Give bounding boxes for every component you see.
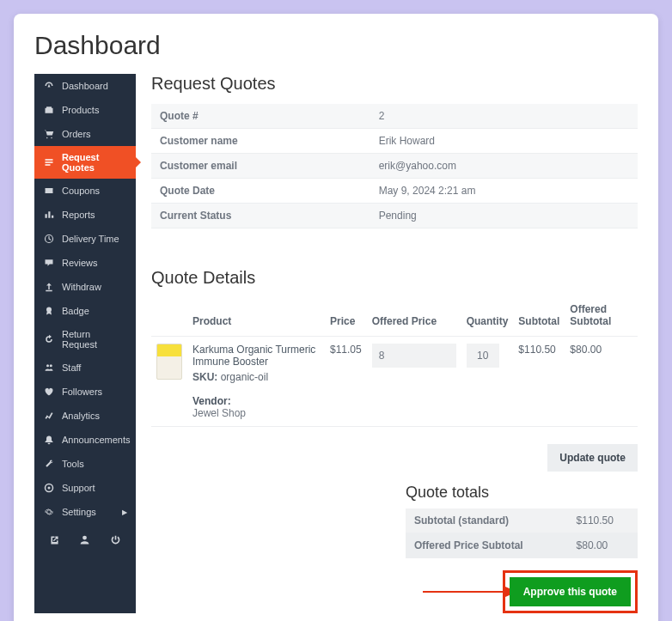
analytics-icon bbox=[43, 410, 55, 422]
coupons-icon bbox=[43, 185, 55, 197]
col-offered-subtotal: Offered Subtotal bbox=[565, 298, 638, 337]
reviews-icon bbox=[43, 257, 55, 269]
sidebar: Dashboard Products Orders Request Quotes… bbox=[34, 74, 136, 613]
col-quantity: Quantity bbox=[461, 298, 514, 337]
table-row: Customer emailerik@yahoo.com bbox=[151, 154, 638, 179]
svg-point-3 bbox=[50, 364, 52, 367]
product-name: Karkuma Organic Turmeric Immune Booster bbox=[192, 344, 320, 368]
return-icon bbox=[43, 333, 55, 345]
sidebar-footer bbox=[34, 524, 136, 555]
table-row: Current StatusPending bbox=[151, 204, 638, 228]
svg-point-1 bbox=[46, 307, 52, 313]
sidebar-item-support[interactable]: Support bbox=[34, 476, 136, 500]
clock-icon bbox=[43, 233, 55, 245]
sidebar-item-label: Staff bbox=[62, 362, 81, 373]
sidebar-item-label: Followers bbox=[62, 387, 102, 397]
sidebar-item-announcements[interactable]: Announcements bbox=[34, 428, 136, 452]
annotation-highlight-box: Approve this quote bbox=[503, 570, 638, 613]
user-icon[interactable] bbox=[78, 533, 92, 546]
update-quote-button[interactable]: Update quote bbox=[547, 444, 638, 472]
sidebar-item-label: Products bbox=[62, 105, 99, 115]
sidebar-item-label: Reviews bbox=[62, 258, 98, 268]
chevron-right-icon: ▶ bbox=[122, 508, 127, 516]
announcements-icon bbox=[43, 434, 55, 446]
table-row: Quote DateMay 9, 2024 2:21 am bbox=[151, 179, 638, 204]
col-product: Product bbox=[187, 298, 325, 337]
vendor-name: Jewel Shop bbox=[192, 407, 320, 419]
sidebar-item-label: Return Request bbox=[62, 329, 127, 350]
table-row: Karkuma Organic Turmeric Immune Booster … bbox=[151, 337, 638, 427]
followers-icon bbox=[43, 386, 55, 398]
sidebar-item-reviews[interactable]: Reviews bbox=[34, 251, 136, 275]
sidebar-item-coupons[interactable]: Coupons bbox=[34, 179, 136, 203]
quote-info-table: Quote #2 Customer nameErik Howard Custom… bbox=[151, 104, 638, 228]
sidebar-item-dashboard[interactable]: Dashboard bbox=[34, 74, 136, 98]
sidebar-item-label: Announcements bbox=[62, 435, 131, 445]
staff-icon bbox=[43, 362, 55, 374]
price-cell: $11.05 bbox=[325, 337, 367, 427]
sidebar-item-staff[interactable]: Staff bbox=[34, 356, 136, 380]
product-image bbox=[156, 344, 182, 380]
table-row: Subtotal (standard)$110.50 bbox=[406, 508, 638, 533]
approve-quote-button[interactable]: Approve this quote bbox=[510, 577, 631, 606]
sidebar-item-products[interactable]: Products bbox=[34, 98, 136, 122]
subtotal-cell: $110.50 bbox=[513, 337, 565, 427]
request-quotes-heading: Request Quotes bbox=[151, 74, 638, 94]
sidebar-item-withdraw[interactable]: Withdraw bbox=[34, 275, 136, 299]
sidebar-item-settings[interactable]: Settings ▶ bbox=[34, 500, 136, 524]
quantity-input[interactable] bbox=[467, 344, 499, 368]
quote-details-heading: Quote Details bbox=[151, 268, 638, 288]
quote-totals-table: Subtotal (standard)$110.50 Offered Price… bbox=[406, 508, 638, 558]
reports-icon bbox=[43, 209, 55, 221]
sidebar-item-return-request[interactable]: Return Request bbox=[34, 323, 136, 356]
withdraw-icon bbox=[43, 281, 55, 293]
sidebar-item-tools[interactable]: Tools bbox=[34, 452, 136, 476]
vendor-label: Vendor: bbox=[192, 395, 320, 407]
sidebar-item-label: Tools bbox=[62, 459, 84, 469]
orders-icon bbox=[43, 128, 55, 140]
sidebar-item-label: Delivery Time bbox=[62, 234, 119, 244]
sidebar-item-request-quotes[interactable]: Request Quotes bbox=[34, 146, 136, 179]
sidebar-item-label: Settings bbox=[62, 507, 96, 517]
offered-subtotal-cell: $80.00 bbox=[565, 337, 638, 427]
col-price: Price bbox=[325, 298, 367, 337]
dashboard-icon bbox=[43, 80, 55, 92]
sidebar-item-label: Dashboard bbox=[62, 81, 108, 91]
sidebar-item-label: Reports bbox=[62, 210, 95, 220]
sidebar-item-analytics[interactable]: Analytics bbox=[34, 404, 136, 428]
support-icon bbox=[43, 482, 55, 494]
products-icon bbox=[43, 104, 55, 116]
sidebar-item-label: Badge bbox=[62, 306, 89, 316]
sidebar-item-label: Withdraw bbox=[62, 282, 101, 292]
svg-point-6 bbox=[83, 535, 88, 539]
sidebar-item-label: Analytics bbox=[62, 411, 100, 421]
quote-details-table: Product Price Offered Price Quantity Sub… bbox=[151, 298, 638, 427]
tools-icon bbox=[43, 458, 55, 470]
sidebar-item-badge[interactable]: Badge bbox=[34, 299, 136, 323]
power-icon[interactable] bbox=[108, 533, 122, 546]
sidebar-item-followers[interactable]: Followers bbox=[34, 380, 136, 404]
col-offered-price: Offered Price bbox=[367, 298, 461, 337]
quotes-icon bbox=[43, 156, 55, 168]
page-title: Dashboard bbox=[34, 31, 638, 60]
sidebar-item-delivery-time[interactable]: Delivery Time bbox=[34, 227, 136, 251]
offered-price-input[interactable] bbox=[372, 344, 456, 368]
table-row: Offered Price Subtotal$80.00 bbox=[406, 533, 638, 558]
svg-point-2 bbox=[46, 364, 49, 367]
external-link-icon[interactable] bbox=[48, 533, 62, 546]
sidebar-item-reports[interactable]: Reports bbox=[34, 203, 136, 227]
sidebar-item-label: Coupons bbox=[62, 186, 100, 196]
sidebar-item-label: Request Quotes bbox=[62, 152, 127, 173]
table-row: Quote #2 bbox=[151, 104, 638, 129]
table-row: Customer nameErik Howard bbox=[151, 129, 638, 154]
sidebar-item-orders[interactable]: Orders bbox=[34, 122, 136, 146]
col-subtotal: Subtotal bbox=[513, 298, 565, 337]
main-content: Request Quotes Quote #2 Customer nameEri… bbox=[151, 74, 638, 613]
sidebar-item-label: Support bbox=[62, 483, 95, 493]
sidebar-item-label: Orders bbox=[62, 129, 91, 139]
quote-totals-heading: Quote totals bbox=[406, 484, 638, 502]
settings-icon bbox=[43, 506, 55, 518]
svg-point-5 bbox=[48, 487, 51, 490]
badge-icon bbox=[43, 305, 55, 317]
